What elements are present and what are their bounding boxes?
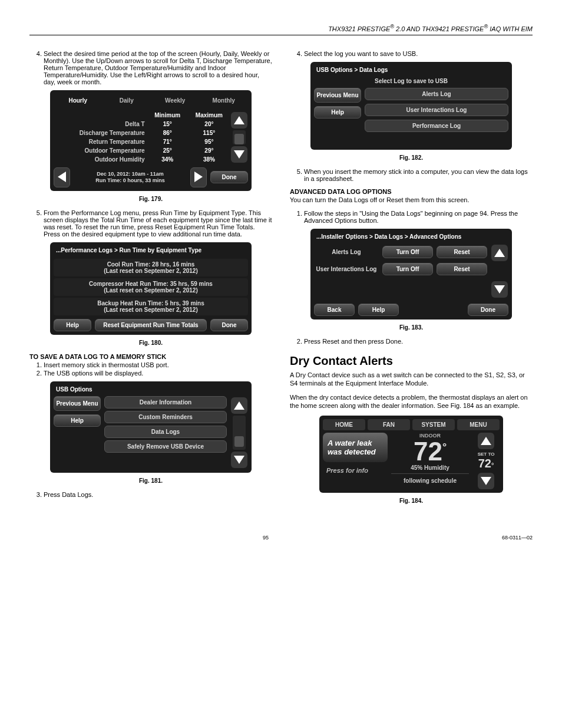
scroll-up-icon[interactable]	[231, 112, 247, 129]
list-item[interactable]: Alerts Log	[365, 88, 508, 100]
reset-button[interactable]: Reset	[437, 263, 487, 275]
fig183-screen: ...Installer Options > Data Logs > Advan…	[310, 229, 512, 319]
fig-caption: Fig. 182.	[290, 154, 533, 161]
fig182-screen: USB Options > Data Logs Select Log to sa…	[310, 62, 512, 150]
fig-caption: Fig. 183.	[290, 324, 533, 331]
turnoff-button[interactable]: Turn Off	[382, 263, 433, 275]
step-text: Press Data Logs.	[44, 491, 272, 498]
body-text: You can turn the Data Logs off or Reset …	[290, 196, 533, 205]
indoor-temp: 72	[414, 439, 442, 465]
body-text: A Dry Contact device such as a wet switc…	[290, 371, 533, 388]
reset-equipment-button[interactable]: Reset Equipment Run Time Totals	[95, 319, 207, 331]
tab-menu[interactable]: MENU	[457, 419, 500, 430]
prev-arrow[interactable]	[54, 167, 70, 187]
temp-down-icon[interactable]	[478, 473, 494, 489]
step-text: The USB options will be displayed.	[44, 370, 272, 377]
body-text: When the dry contact device detects a pr…	[290, 394, 533, 410]
list-item[interactable]: Safely Remove USB Device	[104, 440, 227, 453]
tab-daily[interactable]: Daily	[103, 94, 151, 107]
fig180-screen: ...Performance Logs > Run Time by Equipm…	[50, 242, 252, 335]
fig-caption: Fig. 181.	[29, 477, 272, 484]
press-for-info[interactable]: Press for info	[323, 467, 388, 474]
done-button[interactable]: Done	[210, 171, 248, 183]
step-text: Press Reset and then press Done.	[304, 338, 533, 345]
scroll-down-icon[interactable]	[491, 281, 508, 298]
step-text: Select the log you want to save to USB.	[304, 50, 533, 57]
list-item[interactable]: Cool Run Time: 28 hrs, 16 mins(Last rese…	[54, 259, 248, 276]
fig-caption: Fig. 179.	[29, 196, 272, 202]
turnoff-button[interactable]: Turn Off	[382, 246, 433, 258]
fig181-screen: USB Options Previous Menu Help Dealer In…	[50, 381, 252, 473]
tab-system[interactable]: SYSTEM	[412, 419, 455, 430]
page-header: THX9321 PRESTIGE® 2.0 AND THX9421 PRESTI…	[29, 24, 533, 35]
step-text: Insert memory stick in thermostat USB po…	[44, 361, 272, 368]
fig184-screen: HOME FAN SYSTEM MENU A water leak was de…	[319, 416, 503, 493]
previous-menu-button[interactable]: Previous Menu	[314, 88, 361, 103]
scroll-down-icon[interactable]	[231, 452, 247, 468]
row-label: User Interactions Log	[314, 266, 379, 272]
done-button[interactable]: Done	[468, 304, 508, 316]
step-text: From the Performance Log menu, press Run…	[44, 209, 272, 238]
help-button[interactable]: Help	[358, 304, 399, 316]
step-text: Follow the steps in "Using the Data Logs…	[304, 210, 533, 224]
list-item[interactable]: Compressor Heat Run Time: 35 hrs, 59 min…	[54, 278, 248, 296]
list-item[interactable]: Performance Log	[365, 120, 508, 132]
tab-monthly[interactable]: Monthly	[200, 94, 249, 107]
row-label: Alerts Log	[314, 249, 379, 255]
list-item[interactable]: User Interactions Log	[365, 104, 508, 116]
section-heading: TO SAVE A DATA LOG TO A MEMORY STICK	[29, 353, 272, 360]
previous-menu-button[interactable]: Previous Menu	[54, 396, 101, 411]
tab-fan[interactable]: FAN	[368, 419, 410, 430]
list-item[interactable]: Dealer Information	[104, 396, 227, 409]
alert-box[interactable]: A water leak was detected	[323, 433, 388, 462]
reset-button[interactable]: Reset	[437, 246, 487, 258]
next-arrow[interactable]	[190, 167, 207, 187]
scroll-down-icon[interactable]	[231, 146, 247, 163]
list-item[interactable]: Data Logs	[104, 426, 227, 438]
scroll-up-icon[interactable]	[491, 245, 508, 261]
tab-weekly[interactable]: Weekly	[151, 94, 200, 107]
page-footer: 95 68-0311—02	[29, 535, 533, 541]
help-button[interactable]: Help	[54, 414, 101, 427]
section-heading: Dry Contact Alerts	[290, 354, 533, 368]
step-text: When you insert the memory stick into a …	[304, 168, 533, 182]
scroll-up-icon[interactable]	[231, 397, 247, 414]
help-button[interactable]: Help	[54, 319, 91, 331]
fig179-screen: Hourly Daily Weekly Monthly MinimumMaxim…	[50, 90, 252, 191]
done-button[interactable]: Done	[210, 319, 248, 331]
tab-hourly[interactable]: Hourly	[54, 94, 103, 107]
list-item[interactable]: Custom Reminders	[104, 411, 227, 423]
back-button[interactable]: Back	[314, 304, 355, 316]
step-text: Select the desired time period at the to…	[44, 50, 272, 85]
fig-caption: Fig. 180.	[29, 340, 272, 346]
tab-home[interactable]: HOME	[323, 419, 365, 430]
list-item[interactable]: Backup Heat Run Time: 5 hrs, 39 mins(Las…	[54, 298, 248, 315]
fig-caption: Fig. 184.	[290, 498, 533, 504]
help-button[interactable]: Help	[314, 106, 361, 118]
temp-up-icon[interactable]	[478, 433, 494, 449]
section-heading: ADVANCED DATA LOG OPTIONS	[290, 188, 533, 195]
fig179-tabs: Hourly Daily Weekly Monthly	[54, 94, 248, 107]
